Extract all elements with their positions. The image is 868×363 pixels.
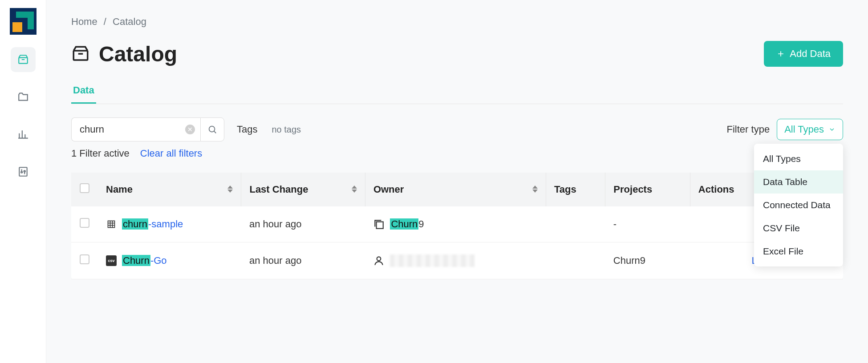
column-projects: Projects: [605, 173, 690, 206]
table-row: csv Churn-Go an hour ago Churn9: [71, 242, 843, 279]
column-tags: Tags: [546, 173, 605, 206]
redacted-owner: [390, 254, 475, 267]
svg-rect-3: [19, 167, 27, 176]
search-button[interactable]: [200, 117, 224, 141]
svg-point-4: [21, 171, 22, 173]
select-all-checkbox[interactable]: [80, 183, 89, 193]
tabs: Data: [71, 85, 843, 104]
add-data-label: Add Data: [790, 48, 831, 60]
nav-sliders-icon[interactable]: [11, 159, 36, 184]
add-data-button[interactable]: Add Data: [764, 41, 843, 67]
row-owner: [373, 254, 538, 267]
filter-option-data-table[interactable]: Data Table: [754, 170, 843, 194]
svg-rect-8: [377, 222, 383, 229]
row-last-change: an hour ago: [241, 242, 365, 279]
nav-chart-icon[interactable]: [11, 122, 36, 147]
filter-type-selected: All Types: [784, 124, 824, 135]
row-name[interactable]: churn-sample: [122, 218, 183, 230]
filter-active-count: 1 Filter active: [71, 148, 130, 159]
row-name[interactable]: Churn-Go: [122, 255, 167, 266]
tab-data[interactable]: Data: [71, 85, 96, 104]
plus-icon: [776, 49, 785, 58]
column-name[interactable]: Name: [98, 173, 241, 206]
chevron-down-icon: [828, 126, 836, 133]
breadcrumb-current: Catalog: [113, 16, 146, 27]
filter-type-menu: All Types Data Table Connected Data CSV …: [754, 144, 843, 266]
svg-point-9: [377, 257, 381, 261]
page-title: Catalog: [71, 42, 177, 66]
breadcrumb-separator: /: [104, 16, 106, 27]
svg-point-6: [209, 126, 215, 132]
sort-icon: [352, 186, 357, 193]
no-tags-text: no tags: [272, 125, 301, 135]
svg-point-5: [24, 170, 25, 172]
row-owner[interactable]: Churn9: [373, 218, 538, 230]
row-last-change: an hour ago: [241, 206, 365, 242]
search-input[interactable]: [71, 117, 200, 141]
sort-icon: [532, 186, 538, 193]
clear-search-icon[interactable]: ✕: [185, 125, 195, 134]
row-checkbox[interactable]: [80, 218, 89, 228]
svg-rect-7: [108, 221, 115, 228]
data-table-icon: [106, 219, 117, 230]
row-projects: -: [605, 206, 690, 242]
main-content: Home / Catalog Catalog Add Data Data ✕: [46, 0, 868, 363]
search-icon: [207, 125, 217, 134]
sort-icon: [227, 186, 233, 193]
sidebar: [0, 0, 46, 363]
person-icon: [373, 255, 385, 266]
column-last-change[interactable]: Last Change: [241, 173, 365, 206]
breadcrumb-home[interactable]: Home: [71, 16, 97, 27]
filter-option-all-types[interactable]: All Types: [754, 147, 843, 170]
catalog-icon: [71, 44, 90, 63]
svg-rect-1: [12, 22, 22, 32]
row-tags: [546, 242, 605, 279]
filter-option-connected-data[interactable]: Connected Data: [754, 194, 843, 217]
app-logo: [10, 8, 37, 35]
row-checkbox[interactable]: [80, 254, 89, 264]
stack-icon: [373, 218, 385, 230]
table-row: churn-sample an hour ago Churn9 -: [71, 206, 843, 242]
column-owner[interactable]: Owner: [365, 173, 546, 206]
row-tags: [546, 206, 605, 242]
breadcrumb: Home / Catalog: [71, 16, 843, 28]
filter-type-dropdown[interactable]: All Types: [777, 119, 843, 140]
nav-folder-icon[interactable]: [11, 85, 36, 109]
data-table: Name Last Change Owner Tags Projects Act…: [71, 173, 843, 279]
page-title-text: Catalog: [99, 42, 177, 66]
clear-all-filters[interactable]: Clear all filters: [140, 148, 202, 159]
tags-label: Tags: [237, 124, 257, 135]
row-projects: Churn9: [605, 242, 690, 279]
nav-catalog-icon[interactable]: [11, 47, 36, 72]
filter-option-csv-file[interactable]: CSV File: [754, 217, 843, 240]
filter-option-excel-file[interactable]: Excel File: [754, 240, 843, 263]
csv-file-icon: csv: [106, 255, 117, 266]
filter-type-label: Filter type: [727, 124, 770, 135]
